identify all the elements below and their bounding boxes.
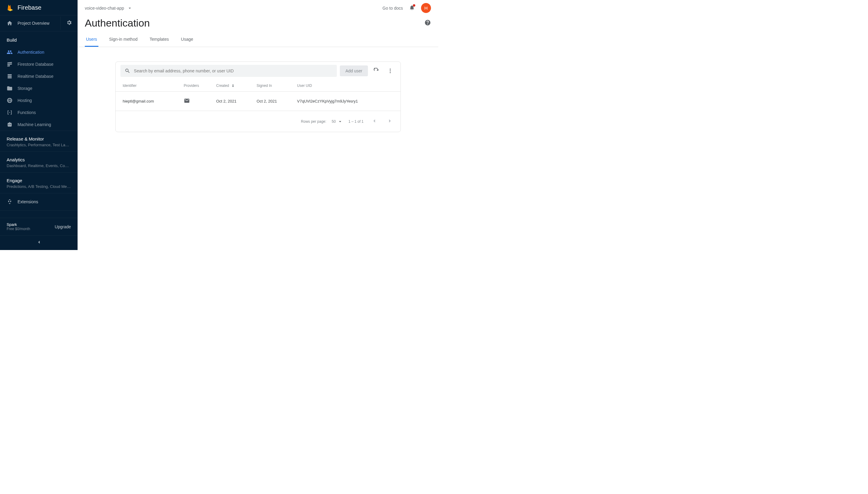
nav-firestore[interactable]: Firestore Database xyxy=(0,58,77,70)
group-engage[interactable]: Engage Predictions, A/B Testing, Cloud M… xyxy=(0,172,77,193)
project-name[interactable]: voice-video-chat-app xyxy=(85,6,124,11)
tabs: Users Sign-in method Templates Usage xyxy=(77,33,438,47)
nav-label: Realtime Database xyxy=(18,74,53,79)
col-identifier[interactable]: Identifier xyxy=(116,80,181,92)
table-row[interactable]: hieptl@gmail.com Oct 2, 2021 Oct 2, 2021… xyxy=(116,92,401,111)
more-button[interactable] xyxy=(385,65,396,76)
logo-row[interactable]: Firebase xyxy=(0,0,77,15)
group-title: Engage xyxy=(7,178,71,183)
chevron-left-icon xyxy=(36,239,42,245)
tab-templates[interactable]: Templates xyxy=(148,33,170,47)
group-title: Release & Monitor xyxy=(7,136,71,141)
main: voice-video-chat-app Go to docs H Authen… xyxy=(77,0,438,250)
dropdown-icon[interactable] xyxy=(127,5,132,11)
table-header-row: Identifier Providers Created Signed In U… xyxy=(116,80,401,92)
help-icon xyxy=(424,19,431,26)
group-title: Analytics xyxy=(7,157,71,162)
cell-signed-in: Oct 2, 2021 xyxy=(254,92,295,111)
nav-authentication[interactable]: Authentication xyxy=(0,46,77,58)
rows-per-page-value: 50 xyxy=(332,119,336,124)
next-page-button[interactable] xyxy=(385,116,395,127)
nav-extensions[interactable]: Extensions xyxy=(0,193,77,210)
overview-label: Project Overview xyxy=(18,21,50,26)
content: Add user Identifier Providers Created xyxy=(77,47,438,147)
col-created-label: Created xyxy=(216,83,229,88)
nav-storage[interactable]: Storage xyxy=(0,82,77,94)
firebase-logo-icon xyxy=(7,4,14,11)
page-head: Authentication xyxy=(77,16,438,33)
refresh-button[interactable] xyxy=(371,65,382,76)
plan-row: Spark Free $0/month Upgrade xyxy=(0,218,77,235)
project-settings-button[interactable] xyxy=(60,17,77,30)
table-footer: Rows per page: 50 1 – 1 of 1 xyxy=(116,111,401,132)
email-icon xyxy=(184,98,190,104)
prev-page-button[interactable] xyxy=(369,116,380,127)
notifications-button[interactable] xyxy=(409,4,415,12)
plan-price: Free $0/month xyxy=(7,227,30,231)
plan-name: Spark xyxy=(7,222,30,227)
svg-point-0 xyxy=(390,69,390,70)
upgrade-button[interactable]: Upgrade xyxy=(55,224,71,229)
nav-functions[interactable]: Functions xyxy=(0,107,77,118)
sidebar: Firebase Project Overview Build Authenti… xyxy=(0,0,77,250)
add-user-button[interactable]: Add user xyxy=(340,65,368,76)
folder-icon xyxy=(7,86,13,91)
chevron-right-icon xyxy=(387,118,393,124)
nav-label: Machine Learning xyxy=(18,122,51,127)
project-overview-link[interactable]: Project Overview xyxy=(0,15,60,31)
extensions-icon xyxy=(7,199,13,205)
rows-per-page-select[interactable]: 50 xyxy=(332,119,343,124)
nav-ml[interactable]: Machine Learning xyxy=(0,118,77,131)
overview-row: Project Overview xyxy=(0,15,77,31)
database-icon xyxy=(7,73,13,79)
gear-icon xyxy=(66,20,72,26)
cell-created: Oct 2, 2021 xyxy=(214,92,254,111)
nav-label: Storage xyxy=(18,86,32,91)
col-created[interactable]: Created xyxy=(214,80,254,92)
tab-usage[interactable]: Usage xyxy=(180,33,195,47)
nav-label: Authentication xyxy=(18,50,44,55)
nav-label: Functions xyxy=(18,110,36,115)
page-title: Authentication xyxy=(85,17,150,29)
refresh-icon xyxy=(373,68,380,74)
col-providers[interactable]: Providers xyxy=(181,80,214,92)
top-bar: voice-video-chat-app Go to docs H xyxy=(77,0,438,16)
tab-sign-in-method[interactable]: Sign-in method xyxy=(108,33,139,47)
brand-name: Firebase xyxy=(18,4,41,11)
cell-providers xyxy=(181,92,214,111)
group-analytics[interactable]: Analytics Dashboard, Realtime, Events, C… xyxy=(0,151,77,172)
build-heading: Build xyxy=(0,31,77,46)
search-box[interactable] xyxy=(121,65,337,77)
search-input[interactable] xyxy=(134,69,333,73)
col-signed-in[interactable]: Signed In xyxy=(254,80,295,92)
svg-point-2 xyxy=(390,72,390,73)
extensions-label: Extensions xyxy=(18,200,38,204)
home-icon xyxy=(7,20,13,26)
group-release-monitor[interactable]: Release & Monitor Crashlytics, Performan… xyxy=(0,131,77,151)
tab-users[interactable]: Users xyxy=(85,33,98,47)
functions-icon xyxy=(7,110,13,115)
user-avatar[interactable]: H xyxy=(421,3,431,13)
collapse-sidebar-button[interactable] xyxy=(0,235,77,250)
notification-dot xyxy=(413,4,415,7)
docs-link[interactable]: Go to docs xyxy=(382,6,403,11)
users-table: Identifier Providers Created Signed In U… xyxy=(116,80,401,111)
group-subtitle: Crashlytics, Performance, Test Lab, ... xyxy=(7,142,71,147)
cell-identifier: hieptl@gmail.com xyxy=(116,92,181,111)
nav-hosting[interactable]: Hosting xyxy=(0,94,77,107)
chevron-left-icon xyxy=(371,118,377,124)
nav-realtime-db[interactable]: Realtime Database xyxy=(0,70,77,82)
help-button[interactable] xyxy=(424,19,431,27)
card-toolbar: Add user xyxy=(116,62,401,80)
group-subtitle: Predictions, A/B Testing, Cloud Mes... xyxy=(7,184,71,189)
globe-icon xyxy=(7,97,13,103)
firestore-icon xyxy=(7,61,13,67)
pagination-range: 1 – 1 of 1 xyxy=(348,119,363,124)
nav-label: Hosting xyxy=(18,98,32,103)
svg-point-1 xyxy=(390,70,390,71)
dropdown-icon xyxy=(337,119,343,124)
col-user-uid[interactable]: User UID xyxy=(295,80,400,92)
users-card: Add user Identifier Providers Created xyxy=(115,61,401,132)
cell-uid: V7qUVl2eCzYKpVyjg7m9JyYesry1 xyxy=(295,92,400,111)
arrow-down-icon xyxy=(231,83,235,88)
